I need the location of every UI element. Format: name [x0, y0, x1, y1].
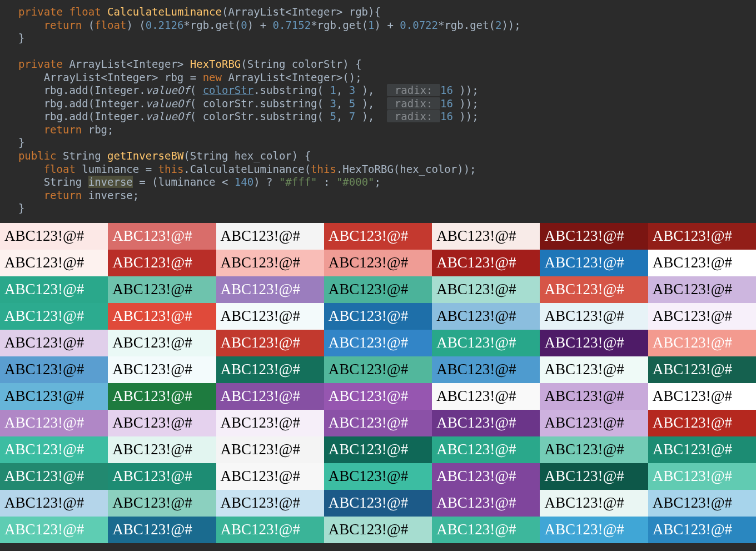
number: 140 [235, 176, 253, 188]
color-swatch: ABC123!@# [324, 276, 432, 303]
method-name: HexToRBG [190, 58, 241, 70]
color-swatch: ABC123!@# [324, 517, 432, 543]
color-swatch: ABC123!@# [432, 383, 540, 410]
number: 0.0722 [400, 19, 438, 31]
color-swatch: ABC123!@# [648, 490, 756, 517]
code-text: ), [355, 97, 387, 110]
color-swatch: ABC123!@# [108, 517, 216, 543]
keyword: return [44, 189, 88, 201]
keyword: private [18, 6, 69, 18]
color-swatch: ABC123!@# [324, 436, 432, 463]
color-swatch: ABC123!@# [324, 410, 432, 436]
string: "#000" [336, 176, 375, 188]
number: 5 [330, 110, 336, 122]
color-swatch: ABC123!@# [540, 330, 648, 356]
color-swatch: ABC123!@# [648, 276, 756, 303]
color-swatch: ABC123!@# [216, 436, 324, 463]
color-swatch: ABC123!@# [216, 250, 324, 276]
static-method: valueOf [146, 97, 190, 110]
color-swatch: ABC123!@# [648, 463, 756, 490]
color-swatch: ABC123!@# [0, 436, 108, 463]
color-swatch: ABC123!@# [540, 250, 648, 276]
color-swatch: ABC123!@# [216, 517, 324, 543]
static-method: valueOf [146, 110, 190, 122]
var-highlight: inverse [88, 176, 133, 188]
color-swatch: ABC123!@# [540, 463, 648, 490]
number: 1 [368, 19, 374, 31]
keyword: public [18, 150, 63, 162]
code-text: rbg; [88, 123, 114, 136]
color-swatch: ABC123!@# [108, 276, 216, 303]
code-text: ; [375, 176, 381, 188]
param-hint: radix: [387, 97, 440, 110]
code-text: ), [355, 84, 387, 96]
color-swatch: ABC123!@# [0, 410, 108, 436]
code-text: ( [88, 19, 94, 31]
code-text: ) + [375, 19, 400, 31]
code-text: ) + [247, 19, 273, 31]
color-swatch: ABC123!@# [648, 436, 756, 463]
color-swatch: ABC123!@# [324, 330, 432, 356]
type: ArrayList<Integer> [69, 58, 190, 70]
param-hint: radix: [387, 110, 440, 122]
color-swatch: ABC123!@# [108, 436, 216, 463]
number: 16 [440, 110, 459, 122]
color-swatch: ABC123!@# [108, 463, 216, 490]
color-swatch: ABC123!@# [540, 436, 648, 463]
color-swatch: ABC123!@# [648, 383, 756, 410]
code-text: ) ? [253, 176, 279, 188]
color-swatch: ABC123!@# [216, 463, 324, 490]
code-text: *rgb.get( [183, 19, 241, 31]
method-name: getInverseBW [107, 150, 183, 162]
brace: } [18, 202, 24, 214]
code-text: ArrayList<Integer>(); [228, 71, 361, 83]
color-swatch: ABC123!@# [324, 303, 432, 330]
code-text: .substring( [253, 84, 330, 96]
color-swatch: ABC123!@# [0, 330, 108, 356]
method-name: CalculateLuminance [107, 6, 222, 18]
color-swatch: ABC123!@# [216, 356, 324, 383]
code-text: = (luminance < [133, 176, 235, 188]
number: 1 [330, 84, 336, 96]
param-hint: radix: [387, 84, 440, 96]
color-swatch: ABC123!@# [324, 463, 432, 490]
color-swatch: ABC123!@# [648, 330, 756, 356]
number: 3 [349, 84, 355, 96]
param-highlight: colorStr [203, 84, 254, 96]
color-swatch: ABC123!@# [540, 517, 648, 543]
type: float [44, 163, 82, 175]
code-text: ( colorStr.substring( [190, 97, 330, 110]
number: 7 [349, 110, 355, 122]
color-swatch: ABC123!@# [108, 223, 216, 250]
color-swatch: ABC123!@# [0, 490, 108, 517]
color-swatch: ABC123!@# [216, 330, 324, 356]
keyword: return [44, 19, 88, 31]
string: "#fff" [279, 176, 324, 188]
code-text: luminance = [82, 163, 158, 175]
code-text: )); [459, 110, 478, 122]
code-editor: private float CalculateLuminance(ArrayLi… [0, 0, 756, 223]
code-text: ( [190, 84, 203, 96]
color-swatch: ABC123!@# [324, 356, 432, 383]
color-swatch: ABC123!@# [108, 356, 216, 383]
color-swatch: ABC123!@# [432, 410, 540, 436]
code-text: , [336, 110, 349, 122]
code-text: *rgb.get( [311, 19, 368, 31]
color-swatch: ABC123!@# [324, 383, 432, 410]
code-text: (String hex_color) { [183, 150, 311, 162]
color-swatch: ABC123!@# [108, 383, 216, 410]
color-swatch: ABC123!@# [108, 330, 216, 356]
color-swatch: ABC123!@# [0, 276, 108, 303]
code-text: : [324, 176, 336, 188]
color-swatch: ABC123!@# [648, 410, 756, 436]
color-swatch: ABC123!@# [540, 276, 648, 303]
color-swatch: ABC123!@# [540, 490, 648, 517]
color-swatch: ABC123!@# [432, 276, 540, 303]
type: String [44, 176, 88, 188]
keyword: float [94, 19, 126, 31]
color-swatch: ABC123!@# [540, 303, 648, 330]
color-swatch: ABC123!@# [432, 436, 540, 463]
code-text: ), [355, 110, 387, 122]
color-swatch: ABC123!@# [0, 383, 108, 410]
code-text: , [336, 97, 349, 110]
